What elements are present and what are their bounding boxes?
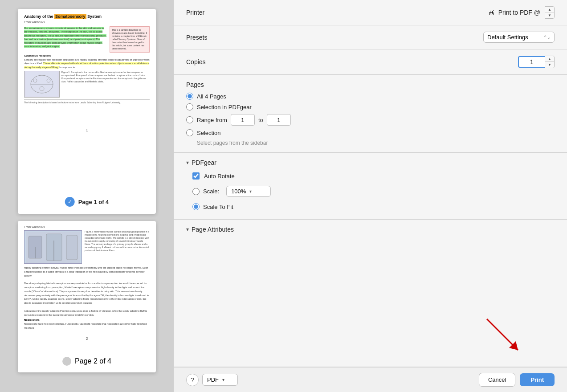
page-attributes-section: ▾ Page Attributes xyxy=(174,220,567,367)
cancel-button[interactable]: Cancel xyxy=(479,373,515,387)
presets-chevron: ⌃⌄ xyxy=(543,35,551,40)
presets-section: Presets Default Settings ⌃⌄ xyxy=(174,25,567,49)
auto-rotate-option[interactable]: Auto Rotate xyxy=(192,172,555,180)
scale-dropdown[interactable]: 100% ▾ xyxy=(226,186,271,197)
pages-selection-label: Selection in PDFgear xyxy=(197,104,252,110)
svg-rect-8 xyxy=(46,234,62,261)
print-button[interactable]: Print xyxy=(520,373,555,386)
pages-all-option[interactable]: All 4 Pages xyxy=(186,93,555,100)
preview2-subtitle: From Wikibooks xyxy=(24,225,150,229)
pages-range-radio[interactable] xyxy=(186,116,193,123)
presets-value: Default Settings xyxy=(487,34,528,41)
pdf-label: PDF xyxy=(207,376,219,383)
scale-radio[interactable] xyxy=(192,188,200,195)
preview-sample-box: This is a sample document to showcase pa… xyxy=(110,26,150,53)
range-from-input[interactable] xyxy=(231,114,255,126)
pages-all-label: All 4 Pages xyxy=(197,93,226,100)
preview-body-text1: Our somatosensory system consists of sen… xyxy=(24,26,107,49)
page-attributes-header[interactable]: ▾ Page Attributes xyxy=(186,226,555,233)
page1-indicator-text: Page 1 of 4 xyxy=(78,199,109,205)
pages-custom-label: Selection xyxy=(197,130,220,136)
help-button[interactable]: ? xyxy=(186,374,199,386)
preview-page1-title: Anatomy of the Somatosensory System xyxy=(24,14,150,19)
page2-number: 2 xyxy=(18,336,156,341)
preview2-nociceptors-title: Nociceptors xyxy=(24,318,150,321)
pages-custom-option[interactable]: Selection xyxy=(186,129,555,136)
auto-rotate-label: Auto Rotate xyxy=(204,173,235,180)
print-settings-panel: Printer 🖨 Print to PDF @ ▲ ▼ Presets Def… xyxy=(174,0,567,392)
page2-circle xyxy=(62,357,71,366)
presets-select[interactable]: Default Settings ⌃⌄ xyxy=(483,32,555,43)
preview-section1-text: Sensory information from Meissner corpus… xyxy=(24,58,150,69)
pages-range-option[interactable]: Range from to xyxy=(186,114,555,126)
pages-custom-radio[interactable] xyxy=(186,129,193,136)
page1-checkmark: ✓ xyxy=(65,197,75,207)
scale-to-fit-radio[interactable] xyxy=(192,203,200,210)
scale-value: 100% xyxy=(231,188,246,195)
scale-to-fit-label: Scale To Fit xyxy=(203,204,233,210)
pages-section: Pages All 4 Pages Selection in PDFgear R… xyxy=(174,75,567,153)
pages-selection-radio[interactable] xyxy=(186,103,193,110)
preview2-body: rapidly adapting afferent activity, musc… xyxy=(24,266,150,317)
printer-up-btn[interactable]: ▲ xyxy=(545,7,554,12)
scale-to-fit-option[interactable]: Scale To Fit xyxy=(192,203,555,210)
copies-section: Copies ▲ ▼ xyxy=(174,49,567,75)
pdf-preview-panel: Anatomy of the Somatosensory System From… xyxy=(0,0,174,392)
page1-number: 1 xyxy=(18,128,156,132)
copies-down-btn[interactable]: ▼ xyxy=(545,62,554,68)
pages-range-label: Range from xyxy=(197,117,227,123)
auto-rotate-checkbox[interactable] xyxy=(192,172,200,180)
printer-label: Printer xyxy=(186,9,204,16)
copies-label: Copies xyxy=(186,58,206,65)
scale-chevron-icon: ▾ xyxy=(249,189,252,194)
page2-indicator: Page 2 of 4 xyxy=(57,355,117,368)
printer-value-row[interactable]: 🖨 Print to PDF @ xyxy=(488,8,540,16)
presets-label: Presets xyxy=(186,34,207,41)
copies-input[interactable] xyxy=(518,56,545,68)
page-attributes-chevron-icon: ▾ xyxy=(186,226,189,233)
pages-selection-option[interactable]: Selection in PDFgear xyxy=(186,103,555,110)
preview-figure1-caption: Figure 1: Receptors in the human skin: M… xyxy=(61,71,150,98)
printer-down-btn[interactable]: ▼ xyxy=(545,12,554,18)
scale-label: Scale: xyxy=(203,188,219,195)
pages-all-radio[interactable] xyxy=(186,93,193,100)
selection-hint: Select pages from the sidebar xyxy=(197,140,555,146)
pdfgear-section: ▾ PDFgear Auto Rotate Scale: 100% ▾ Scal… xyxy=(174,153,567,220)
pdfgear-chevron-icon: ▾ xyxy=(186,159,189,166)
page-attributes-label: Page Attributes xyxy=(192,226,234,233)
preview-footnote: The following description is based on le… xyxy=(24,99,150,104)
page-2-preview[interactable]: From Wikibooks Figure 2: Mammalian muscl… xyxy=(18,221,156,372)
copies-input-group[interactable]: ▲ ▼ xyxy=(518,56,555,68)
pages-label: Pages xyxy=(186,81,555,88)
scale-option[interactable]: Scale: 100% ▾ xyxy=(192,186,555,197)
copies-up-btn[interactable]: ▲ xyxy=(545,56,554,62)
preview-highlight: Somatosensory xyxy=(54,14,86,19)
pdf-chevron-icon: ▾ xyxy=(222,377,224,382)
printer-stepper[interactable]: ▲ ▼ xyxy=(545,6,555,19)
page-1-preview[interactable]: Anatomy of the Somatosensory System From… xyxy=(18,9,156,214)
preview2-figure-text: Figure 2: Mammalian muscle spindle showi… xyxy=(85,230,150,264)
preview-figure1-img xyxy=(24,71,60,98)
printer-name: Print to PDF @ xyxy=(498,9,540,16)
pdfgear-section-header[interactable]: ▾ PDFgear xyxy=(186,159,555,166)
copies-stepper[interactable]: ▲ ▼ xyxy=(545,56,555,68)
printer-section: Printer 🖨 Print to PDF @ ▲ ▼ xyxy=(174,0,567,25)
pdf-dropdown[interactable]: PDF ▾ xyxy=(202,374,238,386)
svg-rect-9 xyxy=(66,235,78,260)
range-to-input[interactable] xyxy=(267,114,291,126)
preview-section1-title: Cutaneous receptors xyxy=(24,54,150,57)
page1-indicator: ✓ Page 1 of 4 xyxy=(59,194,115,209)
printer-icon: 🖨 xyxy=(488,8,495,16)
range-to-label: to xyxy=(258,117,263,123)
pdfgear-label: PDFgear xyxy=(192,159,216,166)
preview2-nociceptors-text: Nociceptors have free nerve endings. Fun… xyxy=(24,322,150,330)
preview-page1-subtitle: From Wikibooks xyxy=(24,20,150,24)
page2-indicator-text: Page 2 of 4 xyxy=(75,357,111,365)
preview2-figure-img xyxy=(24,230,82,264)
bottom-bar: ? PDF ▾ Cancel Print xyxy=(174,367,567,392)
